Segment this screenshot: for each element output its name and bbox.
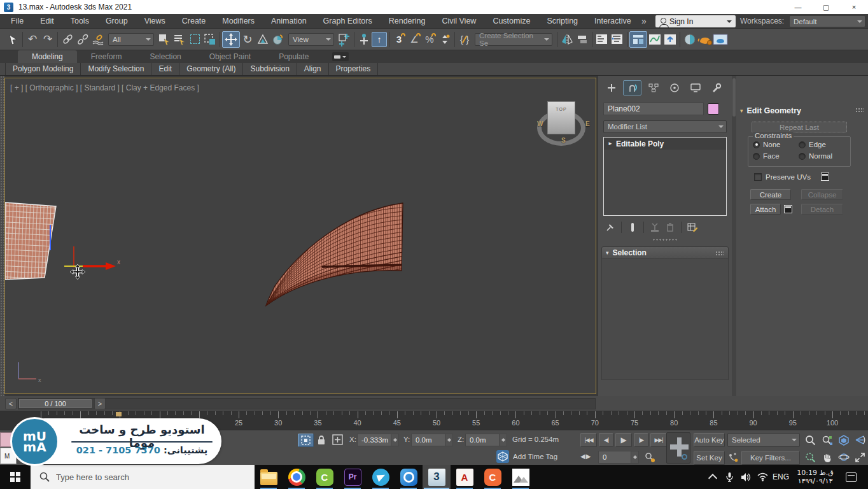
modifier-list-dropdown[interactable]: Modifier List bbox=[603, 120, 727, 133]
percent-snap-toggle-icon[interactable]: % bbox=[422, 32, 437, 47]
x-spinner[interactable] bbox=[391, 434, 398, 446]
rendered-frame-window-icon[interactable] bbox=[713, 32, 728, 47]
volume-tray-icon[interactable] bbox=[738, 465, 753, 489]
frame-stepper[interactable]: ◀▶ bbox=[580, 453, 591, 460]
panel-splitter-handle[interactable] bbox=[652, 238, 678, 241]
named-selection-sets-dropdown[interactable]: Create Selection Se bbox=[475, 33, 552, 46]
repeat-last-button[interactable]: Repeat Last bbox=[752, 122, 847, 132]
menu-group[interactable]: Group bbox=[97, 14, 136, 29]
viewcube-east-label[interactable]: E bbox=[585, 120, 590, 127]
select-object-arrow-icon[interactable] bbox=[5, 32, 20, 47]
pin-stack-icon[interactable] bbox=[603, 221, 617, 234]
menu-create[interactable]: Create bbox=[174, 14, 214, 29]
ribbon-tab-modeling[interactable]: Modeling bbox=[18, 50, 77, 63]
bind-to-space-warp-icon[interactable] bbox=[90, 32, 106, 47]
preserve-uvs-checkbox[interactable] bbox=[754, 173, 762, 181]
reference-coordinate-system-dropdown[interactable]: View bbox=[288, 33, 334, 46]
constraint-radio-edge[interactable]: Edge bbox=[799, 141, 844, 148]
set-key-button[interactable]: Set Key bbox=[694, 451, 725, 465]
select-and-scale-icon[interactable] bbox=[255, 32, 270, 47]
menu-overflow-chevron[interactable]: » bbox=[641, 14, 647, 28]
constraint-radio-face[interactable]: Face bbox=[753, 152, 799, 160]
auto-key-button[interactable]: Auto Key bbox=[694, 433, 725, 447]
field-of-view-icon[interactable] bbox=[853, 433, 867, 447]
wing-mesh-object[interactable] bbox=[263, 199, 406, 311]
constraint-radio-normal[interactable]: Normal bbox=[799, 152, 844, 160]
go-to-end-button[interactable]: ▶▶| bbox=[650, 433, 667, 447]
next-frame-button[interactable]: |▶ bbox=[634, 433, 648, 447]
taskbar-search-box[interactable] bbox=[31, 465, 255, 489]
zoom-all-icon[interactable] bbox=[820, 433, 834, 447]
ribbon-panel-align[interactable]: Align bbox=[297, 63, 329, 75]
add-time-tag-label[interactable]: Add Time Tag bbox=[513, 453, 557, 460]
preserve-uvs-settings-button[interactable] bbox=[821, 173, 829, 181]
go-to-start-button[interactable]: |◀◀ bbox=[580, 433, 597, 447]
taskbar-app-autocad[interactable]: A bbox=[451, 465, 479, 489]
ribbon-panel-geometry-all-[interactable]: Geometry (All) bbox=[179, 63, 243, 75]
select-object-icon[interactable] bbox=[157, 32, 172, 47]
constraint-radio-none[interactable]: None bbox=[753, 141, 799, 148]
create-button[interactable]: Create bbox=[750, 189, 791, 200]
select-and-place-icon[interactable] bbox=[270, 32, 286, 47]
set-key-mode-icon[interactable] bbox=[727, 452, 739, 462]
select-and-manipulate-icon[interactable] bbox=[356, 32, 372, 47]
collapse-button[interactable]: Collapse bbox=[801, 189, 843, 200]
schematic-view-icon[interactable] bbox=[662, 32, 678, 47]
isolate-selection-toggle[interactable] bbox=[298, 434, 314, 447]
stack-item-editable-poly[interactable]: ► Editable Poly bbox=[604, 138, 726, 150]
curve-editor-icon[interactable] bbox=[647, 32, 662, 47]
workspaces-dropdown[interactable]: Default bbox=[789, 15, 865, 27]
use-pivot-point-center-icon[interactable] bbox=[337, 32, 352, 47]
menu-customize[interactable]: Customize bbox=[484, 14, 538, 29]
menu-edit[interactable]: Edit bbox=[32, 14, 62, 29]
ribbon-panel-subdivision[interactable]: Subdivision bbox=[243, 63, 297, 75]
remove-modifier-icon[interactable] bbox=[663, 221, 677, 234]
keyboard-shortcut-override-icon[interactable]: ↑ bbox=[372, 32, 387, 47]
taskbar-app-chrome[interactable] bbox=[283, 465, 311, 489]
toggle-layer-explorer-icon[interactable] bbox=[610, 32, 625, 47]
start-button[interactable] bbox=[0, 465, 31, 489]
taskbar-app-telegram[interactable] bbox=[367, 465, 395, 489]
rectangular-selection-region-icon[interactable] bbox=[187, 32, 202, 47]
menu-graph-editors[interactable]: Graph Editors bbox=[315, 14, 381, 29]
taskbar-clock[interactable]: 10:19 ق.ظ ۱۳۹۹/۰۹/۱۳ bbox=[793, 465, 837, 489]
select-by-name-icon[interactable] bbox=[172, 32, 187, 47]
configure-modifier-sets-icon[interactable] bbox=[685, 221, 699, 234]
toggle-ribbon-icon[interactable] bbox=[629, 31, 647, 48]
zoom-region-icon[interactable] bbox=[803, 450, 818, 464]
modifier-stack[interactable]: ► Editable Poly bbox=[603, 137, 727, 216]
pan-icon[interactable] bbox=[820, 450, 834, 464]
microphone-tray-icon[interactable] bbox=[722, 465, 737, 489]
stack-expand-arrow[interactable]: ► bbox=[608, 141, 613, 146]
taskbar-app-file-explorer[interactable] bbox=[255, 465, 283, 489]
utilities-tab-icon[interactable] bbox=[707, 80, 725, 96]
minimize-button[interactable]: — bbox=[784, 0, 812, 14]
align-icon[interactable] bbox=[575, 32, 590, 47]
previous-frame-button[interactable]: < bbox=[5, 398, 17, 409]
language-indicator[interactable]: ENG bbox=[770, 465, 792, 489]
ribbon-panel-polygon-modeling[interactable]: Polygon Modeling bbox=[5, 63, 81, 75]
angle-snap-toggle-icon[interactable]: ∠ bbox=[407, 32, 422, 47]
object-color-swatch[interactable] bbox=[708, 103, 719, 115]
menu-interactive[interactable]: Interactive bbox=[586, 14, 640, 29]
taskbar-app-photos[interactable] bbox=[507, 465, 535, 489]
material-editor-icon[interactable] bbox=[682, 32, 697, 47]
key-settings-icon[interactable] bbox=[644, 451, 657, 464]
next-frame-button[interactable]: > bbox=[94, 398, 106, 409]
ribbon-menu-button[interactable] bbox=[332, 52, 349, 61]
menu-views[interactable]: Views bbox=[136, 14, 174, 29]
maximize-viewport-toggle-icon[interactable] bbox=[853, 450, 867, 464]
attach-settings-button[interactable] bbox=[784, 205, 792, 213]
select-and-link-icon[interactable] bbox=[60, 32, 75, 47]
detach-button[interactable]: Detach bbox=[801, 204, 843, 215]
viewcube[interactable]: TOP W E S bbox=[535, 101, 593, 148]
absolute-offset-mode-toggle[interactable] bbox=[332, 434, 344, 445]
edit-geometry-header[interactable]: ▾ Edit Geometry bbox=[740, 106, 864, 115]
previous-frame-button[interactable]: ◀| bbox=[599, 433, 613, 447]
display-tab-icon[interactable] bbox=[686, 80, 704, 96]
window-crossing-icon[interactable] bbox=[202, 32, 218, 47]
object-name-field[interactable] bbox=[603, 103, 704, 115]
orbit-icon[interactable] bbox=[836, 450, 851, 464]
play-animation-button[interactable]: ▶ bbox=[615, 433, 632, 447]
ribbon-tab-object-paint[interactable]: Object Paint bbox=[195, 50, 265, 63]
